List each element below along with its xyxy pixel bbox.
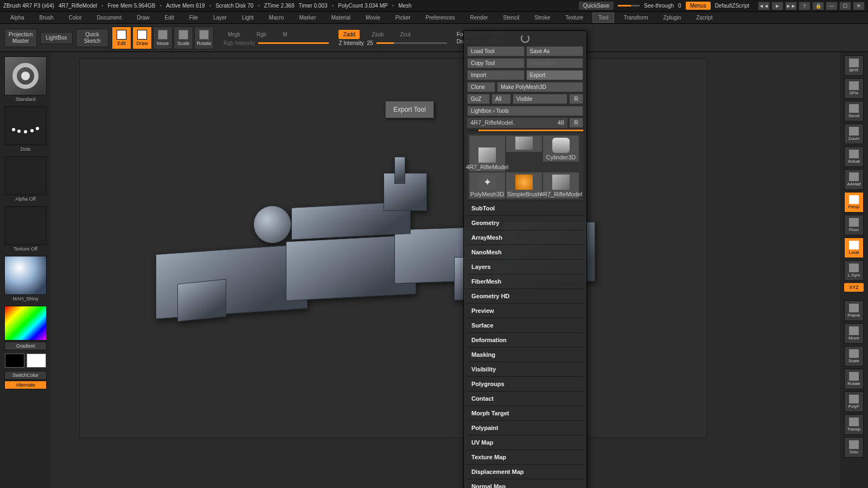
floor-button[interactable]: Floor: [844, 215, 864, 235]
menu-transform[interactable]: Transform: [617, 12, 654, 23]
zcut-toggle[interactable]: Zcut: [395, 30, 414, 39]
section-fibermesh[interactable]: FiberMesh: [467, 274, 583, 288]
stroke-thumb[interactable]: [4, 106, 47, 145]
switchcolor-button[interactable]: SwitchColor: [4, 371, 47, 380]
transp-button[interactable]: Transp: [844, 414, 864, 435]
menu-macro[interactable]: Macro: [263, 12, 290, 23]
scroll-button[interactable]: Scroll: [844, 101, 864, 121]
persp-button[interactable]: Persp: [844, 192, 864, 213]
menu-render[interactable]: Render: [464, 12, 494, 23]
tool-thumb[interactable]: Cylinder3D: [543, 136, 579, 162]
tool-thumb[interactable]: 4R7_RifleModel: [469, 136, 505, 171]
lsym-button[interactable]: L.Sym: [844, 260, 864, 281]
goz-button[interactable]: GoZ: [467, 94, 490, 104]
brush-thumb[interactable]: [4, 56, 47, 95]
rgb-intensity-slider[interactable]: [258, 42, 329, 44]
section-displacement-map[interactable]: Displacement Map: [467, 464, 583, 479]
tool-thumb[interactable]: SimpleBrush: [506, 172, 542, 198]
swatch-black[interactable]: [5, 354, 24, 368]
scale-button[interactable]: Scale: [844, 346, 864, 367]
section-polypaint[interactable]: Polypaint: [467, 420, 583, 435]
minimize-icon[interactable]: —: [826, 2, 838, 10]
rotate-mode-button[interactable]: Rotate: [194, 27, 214, 49]
mrgb-toggle[interactable]: Mrgb: [224, 30, 245, 39]
menu-brush[interactable]: Brush: [34, 12, 60, 23]
history-icon[interactable]: [521, 34, 529, 43]
copy-tool-button[interactable]: Copy Tool: [467, 58, 525, 68]
menu-stroke[interactable]: Stroke: [528, 12, 556, 23]
maximize-icon[interactable]: ☐: [839, 2, 851, 10]
menu-picker[interactable]: Picker: [390, 12, 417, 23]
local-button[interactable]: Local: [844, 237, 864, 258]
section-deformation[interactable]: Deformation: [467, 332, 583, 347]
lightbox-button[interactable]: LightBox: [40, 32, 73, 44]
rewind-icon[interactable]: ◄◄: [758, 2, 770, 10]
menu-layer[interactable]: Layer: [207, 12, 233, 23]
lightbox-tools-button[interactable]: Lightbox › Tools: [467, 106, 583, 116]
zadd-toggle[interactable]: Zadd: [339, 30, 360, 39]
section-contact[interactable]: Contact: [467, 391, 583, 406]
menu-file[interactable]: File: [183, 12, 204, 23]
menu-alpha[interactable]: Alpha: [4, 12, 30, 23]
paste-tool-button[interactable]: Paste Tool: [526, 58, 584, 68]
section-preview[interactable]: Preview: [467, 303, 583, 318]
move-button[interactable]: Move: [844, 323, 864, 344]
menu-tool[interactable]: Tool: [592, 12, 614, 23]
section-surface[interactable]: Surface: [467, 318, 583, 332]
section-visibility[interactable]: Visibility: [467, 362, 583, 376]
section-uv-map[interactable]: UV Map: [467, 435, 583, 450]
gradient-button[interactable]: Gradient: [4, 342, 47, 350]
move-mode-button[interactable]: Move: [153, 27, 173, 49]
frame-button[interactable]: Frame: [844, 300, 864, 321]
alpha-thumb[interactable]: [4, 156, 47, 195]
quicksave-button[interactable]: QuickSave: [579, 2, 614, 10]
section-arraymesh[interactable]: ArrayMesh: [467, 230, 583, 245]
close-icon[interactable]: ✕: [853, 2, 865, 10]
section-layers[interactable]: Layers: [467, 259, 583, 274]
menu-preferences[interactable]: Preferences: [420, 12, 461, 23]
edit-mode-button[interactable]: Edit: [112, 27, 131, 49]
import-button[interactable]: Import: [467, 70, 525, 80]
section-morph-target[interactable]: Morph Target: [467, 406, 583, 420]
menu-color[interactable]: Color: [63, 12, 88, 23]
menu-edit[interactable]: Edit: [159, 12, 180, 23]
goz-all-button[interactable]: All: [492, 94, 511, 104]
draw-mode-button[interactable]: Draw: [132, 27, 152, 49]
menu-document[interactable]: Document: [91, 12, 128, 23]
help-icon[interactable]: ?: [799, 2, 810, 10]
z-intensity-slider[interactable]: [376, 42, 447, 44]
menu-zscript[interactable]: Zscript: [690, 12, 718, 23]
section-nanomesh[interactable]: NanoMesh: [467, 245, 583, 259]
save-as-button[interactable]: Save As: [526, 46, 584, 56]
alternate-button[interactable]: Alternate: [4, 381, 47, 389]
rgb-toggle[interactable]: Rgb: [252, 30, 271, 39]
goz-visible-button[interactable]: Visible: [513, 94, 567, 104]
swatch-white[interactable]: [27, 354, 46, 368]
section-texture-map[interactable]: Texture Map: [467, 450, 583, 464]
quicksave-slider[interactable]: [618, 5, 640, 7]
menu-draw[interactable]: Draw: [131, 12, 155, 23]
load-tool-button[interactable]: Load Tool: [467, 46, 525, 56]
clone-button[interactable]: Clone: [467, 82, 495, 92]
m-toggle[interactable]: M: [278, 30, 291, 39]
play-icon[interactable]: ►: [771, 2, 783, 10]
section-polygroups[interactable]: Polygroups: [467, 376, 583, 391]
bpr-button[interactable]: BPR: [844, 55, 864, 76]
texture-thumb[interactable]: [4, 206, 47, 245]
rotate-button[interactable]: Rotate: [844, 369, 864, 389]
scale-mode-button[interactable]: Scale: [174, 27, 193, 49]
aahalf-button[interactable]: AAHalf: [844, 169, 864, 190]
zsub-toggle[interactable]: Zsub: [367, 30, 388, 39]
make-polymesh3d-button[interactable]: Make PolyMesh3D: [497, 82, 583, 92]
polyf-button[interactable]: PolyF: [844, 391, 864, 412]
section-masking[interactable]: Masking: [467, 347, 583, 362]
spix-button[interactable]: SPix: [844, 78, 864, 99]
section-geometry-hd[interactable]: Geometry HD: [467, 288, 583, 303]
section-normal-map[interactable]: Normal Map: [467, 479, 583, 488]
actual-button[interactable]: Actual: [844, 146, 864, 167]
export-button[interactable]: Export: [526, 70, 584, 80]
menu-movie[interactable]: Movie: [360, 12, 386, 23]
section-subtool[interactable]: SubTool: [467, 201, 583, 215]
tool-r-button[interactable]: R: [569, 118, 583, 128]
tool-thumb[interactable]: [506, 136, 542, 152]
